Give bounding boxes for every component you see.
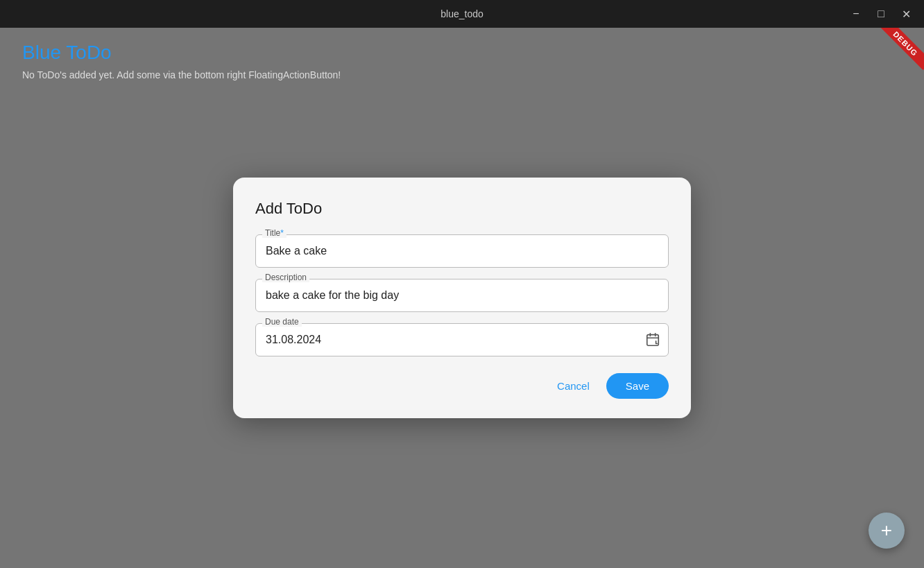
maximize-button[interactable]: □ <box>871 4 891 24</box>
window-title: blue_todo <box>440 8 484 19</box>
description-field-wrapper: Description <box>255 279 669 312</box>
fab-button[interactable]: + <box>869 513 905 549</box>
title-bar: blue_todo − □ ✕ <box>0 0 924 28</box>
title-required: * <box>280 228 284 238</box>
minimize-button[interactable]: − <box>846 4 866 24</box>
cancel-button[interactable]: Cancel <box>546 375 601 397</box>
title-field-wrapper: Title* <box>255 234 669 268</box>
title-label: Title* <box>262 228 286 238</box>
debug-label: DEBUG <box>880 28 924 70</box>
add-todo-dialog: Add ToDo Title* Description Due date <box>233 178 691 418</box>
title-input[interactable] <box>255 234 669 268</box>
modal-overlay: Add ToDo Title* Description Due date <box>0 28 924 568</box>
debug-ribbon: DEBUG <box>875 28 924 76</box>
due-date-field-wrapper: Due date <box>255 323 669 356</box>
dialog-title: Add ToDo <box>255 200 669 218</box>
app-body: DEBUG Blue ToDo No ToDo's added yet. Add… <box>0 28 924 568</box>
dialog-actions: Cancel Save <box>255 373 669 399</box>
due-date-label: Due date <box>262 317 302 327</box>
save-button[interactable]: Save <box>606 373 669 399</box>
close-button[interactable]: ✕ <box>896 4 916 24</box>
description-label: Description <box>262 273 309 282</box>
description-input[interactable] <box>255 279 669 312</box>
due-date-input[interactable] <box>255 323 669 356</box>
window-controls: − □ ✕ <box>846 4 916 24</box>
calendar-icon <box>645 332 660 347</box>
calendar-icon-button[interactable] <box>645 332 660 347</box>
